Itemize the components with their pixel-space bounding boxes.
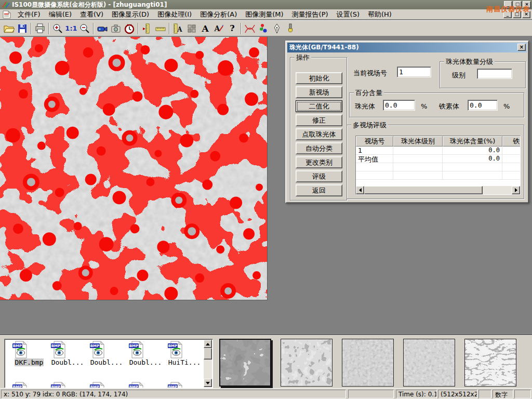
menu-image-analysis[interactable]: 图像分析(A)	[196, 9, 241, 20]
bmp-file-icon: BMP	[50, 382, 68, 388]
rating-table-header: 视场号 珠光体级别 珠光体含量(%) 铁素体	[356, 136, 520, 147]
bmp-file-icon: BMP	[89, 341, 107, 358]
pearlite-label: 珠光体	[355, 102, 375, 111]
operation-group: 操作 初始化 新视场 二值化 修正 点取珠光体 自动分类 更改类别 评级 返回	[290, 57, 347, 201]
markers-icon[interactable]	[257, 22, 270, 35]
pick-pearlite-button[interactable]: 点取珠光体	[296, 128, 342, 140]
auto-classify-button[interactable]: 自动分类	[296, 142, 342, 154]
ruler-icon[interactable]	[154, 22, 167, 35]
curve-icon[interactable]	[243, 22, 257, 35]
file-item[interactable]: BMP Doubl...	[50, 341, 85, 366]
cell-field-no: 1	[356, 147, 393, 155]
open-icon[interactable]	[2, 22, 16, 35]
file-name: Doubl...	[51, 358, 85, 366]
dialog-close-icon[interactable]: ×	[517, 44, 526, 51]
file-item[interactable]: BMP HuiTi...	[167, 341, 202, 366]
init-button[interactable]: 初始化	[296, 72, 342, 84]
table-row-empty	[356, 163, 520, 171]
col-field-no[interactable]: 视场号	[356, 136, 393, 147]
correct-button[interactable]: 修正	[296, 114, 342, 126]
camera-icon[interactable]	[109, 22, 123, 35]
vscroll-thumb[interactable]	[204, 348, 212, 360]
menu-settings[interactable]: 设置(S)	[332, 9, 364, 20]
thumbnail-5[interactable]	[464, 339, 516, 387]
file-item-partial[interactable]: BMP	[89, 382, 124, 388]
menu-report[interactable]: 测量报告(P)	[288, 9, 332, 20]
col-pearlite-content[interactable]: 珠光体含量(%)	[443, 136, 502, 147]
cell-content: 0.0	[443, 155, 502, 163]
scroll-left-icon[interactable]	[356, 186, 364, 194]
col-ferrite[interactable]: 铁素体	[502, 136, 521, 147]
scroll-right-icon[interactable]	[512, 186, 520, 194]
help-icon[interactable]: ?	[225, 22, 239, 35]
measure-text-icon[interactable]: A	[171, 22, 185, 35]
menu-file[interactable]: 文件(F)	[14, 9, 45, 20]
file-item-partial[interactable]: BMP	[50, 382, 85, 388]
bottom-panel: BMP DKF.bmp BMP Doubl... BMP Doubl...	[0, 335, 532, 388]
ferrite-percent-input[interactable]	[468, 100, 498, 111]
table-row[interactable]: 1 0.0	[356, 147, 520, 155]
table-hscrollbar[interactable]	[356, 186, 520, 194]
toolbar-separator	[169, 23, 170, 34]
thumbnail-2[interactable]	[281, 339, 332, 387]
current-field-label: 当前视场号	[353, 69, 387, 78]
grid-icon[interactable]	[185, 22, 198, 35]
scroll-down-icon[interactable]	[204, 379, 212, 387]
table-row[interactable]: 平均值 0.0	[356, 155, 520, 163]
scroll-up-icon[interactable]	[204, 340, 212, 348]
dialog-title-bar[interactable]: 珠光体(GB/T9441-88) ×	[287, 43, 527, 52]
status-time: Time (s): 0.113	[396, 390, 437, 398]
toolbar: 1:1 A A A ?	[0, 20, 532, 36]
annotate-icon[interactable]: A	[212, 22, 225, 35]
menu-edit[interactable]: 编辑(E)	[45, 9, 76, 20]
grade-button[interactable]: 评级	[296, 170, 342, 182]
hscroll-thumb[interactable]	[364, 186, 483, 194]
binarize-button[interactable]: 二值化	[296, 100, 342, 112]
text-icon[interactable]: A	[198, 22, 212, 35]
thumbnail-3[interactable]	[342, 339, 394, 387]
cell-ferrite	[502, 147, 521, 155]
file-item[interactable]: BMP Doubl...	[89, 341, 124, 366]
toolbar-separator	[93, 23, 94, 34]
thumbnail-4[interactable]	[403, 339, 455, 387]
window-title: IS100显微摄像系统(金相分析版) - [zhuguangti01]	[12, 1, 167, 9]
title-bar: IS100显微摄像系统(金相分析版) - [zhuguangti01]	[0, 0, 532, 9]
file-item-partial[interactable]: BMP	[167, 382, 202, 388]
video-camera-icon[interactable]	[96, 22, 109, 35]
micrograph-binarized-image[interactable]	[0, 37, 268, 300]
current-field-input[interactable]	[397, 66, 431, 77]
zoom-in-icon[interactable]	[51, 22, 64, 35]
zoom-out-icon[interactable]	[78, 22, 91, 35]
change-class-button[interactable]: 更改类别	[296, 156, 342, 168]
file-list-vscrollbar[interactable]	[204, 340, 212, 387]
print-icon[interactable]	[33, 22, 47, 35]
new-field-button[interactable]: 新视场	[296, 86, 342, 98]
file-item-partial[interactable]: BMP	[128, 382, 163, 388]
file-item[interactable]: BMP Doubl...	[128, 341, 163, 366]
cell-grade	[393, 155, 443, 163]
cell-field-no: 平均值	[356, 155, 393, 163]
return-button[interactable]: 返回	[296, 184, 342, 196]
status-bar: x: 510 y: 79 idx: 0 RGB: (174, 174, 174)…	[0, 388, 532, 399]
brush-icon[interactable]	[284, 22, 297, 35]
menu-help[interactable]: 帮助(H)	[364, 9, 396, 20]
menu-image-measure[interactable]: 图像测量(M)	[241, 9, 287, 20]
file-item[interactable]: BMP DKF.bmp	[12, 341, 46, 366]
caliper-icon[interactable]	[140, 22, 154, 35]
pen-icon[interactable]	[270, 22, 284, 35]
ferrite-unit: %	[503, 102, 510, 110]
thumbnail-1[interactable]	[219, 339, 271, 387]
save-icon[interactable]	[16, 22, 29, 35]
grade-input[interactable]	[477, 69, 512, 79]
menu-view[interactable]: 查看(V)	[76, 9, 108, 20]
status-image-size: (512x512x24)	[438, 390, 477, 398]
col-pearlite-grade[interactable]: 珠光体级别	[393, 136, 443, 147]
timer-icon[interactable]	[123, 22, 136, 35]
actual-size-icon[interactable]: 1:1	[64, 22, 78, 35]
cell-content: 0.0	[443, 147, 502, 155]
menu-image-display[interactable]: 图像显示(D)	[108, 9, 153, 20]
app-icon	[2, 1, 10, 8]
menu-image-process[interactable]: 图像处理(I)	[153, 9, 196, 20]
file-item-partial[interactable]: BMP	[12, 382, 46, 388]
pearlite-percent-input[interactable]	[383, 100, 415, 111]
